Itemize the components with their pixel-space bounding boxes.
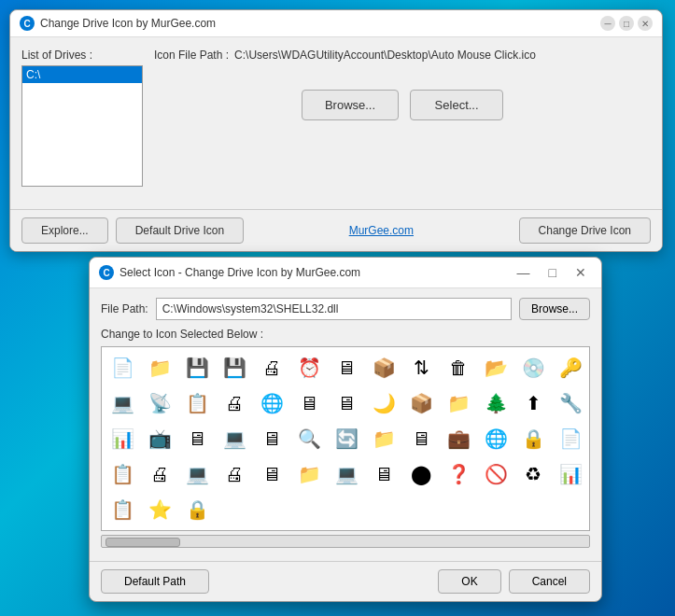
icon-cell-0-8[interactable]: ⇅ <box>404 351 438 385</box>
icon-cell-1-8[interactable]: 🌲 <box>479 386 513 420</box>
icon-cell-0-10[interactable]: 📂 <box>479 351 513 385</box>
icon-cell-0-1[interactable]: 📁 <box>143 351 176 385</box>
icon-cell-0-4[interactable]: 🖨 <box>255 351 288 385</box>
icon-cell-2-12[interactable]: 🖨 <box>143 457 176 491</box>
main-title-bar: C Change Drive Icon by MurGee.com ─ □ ✕ <box>10 10 662 37</box>
scrollbar[interactable] <box>101 535 590 548</box>
dialog-close-button[interactable]: ✕ <box>570 263 592 282</box>
icon-cell-2-2[interactable]: 🖥 <box>255 422 288 455</box>
dialog-title: Select Icon - Change Drive Icon by MurGe… <box>120 266 360 279</box>
icon-cell-3-1[interactable]: 📁 <box>292 457 326 491</box>
icon-cell-1-9[interactable]: ⬆ <box>516 386 550 420</box>
icon-cell-3-5[interactable]: ❓ <box>442 457 475 491</box>
dialog-content: File Path: Browse... Change to Icon Sele… <box>90 288 601 561</box>
scrollbar-thumb[interactable] <box>105 538 180 547</box>
icon-cell-2-3[interactable]: 🔍 <box>292 422 326 455</box>
icon-cell-3-0[interactable]: 🖥 <box>255 457 288 491</box>
dialog-filepath-input[interactable] <box>156 298 512 320</box>
icon-cell-1-0[interactable]: 📋 <box>180 386 214 420</box>
file-path-section: Icon File Path : C:\Users\WDAGUtilityAcc… <box>154 49 651 120</box>
icon-cell-0-2[interactable]: 💾 <box>180 351 214 385</box>
ok-button[interactable]: OK <box>438 569 500 594</box>
dialog-window-icon: C <box>99 265 114 280</box>
minimize-button[interactable]: ─ <box>600 16 615 31</box>
dialog-filepath-label: File Path: <box>101 302 148 315</box>
icon-cell-1-6[interactable]: 📦 <box>404 386 438 420</box>
maximize-button[interactable]: □ <box>619 16 634 31</box>
icon-cell-2-11[interactable]: 📋 <box>105 457 139 491</box>
explore-button[interactable]: Explore... <box>21 217 108 244</box>
default-path-button[interactable]: Default Path <box>101 569 209 594</box>
cancel-button[interactable]: Cancel <box>509 569 590 594</box>
icon-cell-2-14[interactable]: 🖨 <box>218 457 251 491</box>
dialog-browse-button[interactable]: Browse... <box>519 298 590 320</box>
icon-cell-2-13[interactable]: 💻 <box>180 457 214 491</box>
icon-cell-3-6[interactable]: 🚫 <box>479 457 513 491</box>
icon-cell-2-7[interactable]: 💼 <box>442 422 475 455</box>
icon-cell-1-1[interactable]: 🖨 <box>218 386 251 420</box>
icon-cell-1-2[interactable]: 🌐 <box>255 386 288 420</box>
icon-cell-2-9[interactable]: 🔒 <box>516 422 550 455</box>
icon-cell-0-0[interactable]: 📄 <box>105 351 139 385</box>
bottom-bar: Explore... Default Drive Icon MurGee.com… <box>10 209 662 251</box>
select-button[interactable]: Select... <box>410 90 503 120</box>
icon-cell-0-6[interactable]: 🖥 <box>330 351 363 385</box>
dialog-minimize-button[interactable]: — <box>512 263 536 282</box>
ok-cancel-buttons: OK Cancel <box>438 569 590 594</box>
icon-cell-2-5[interactable]: 📁 <box>367 422 401 455</box>
murgee-link[interactable]: MurGee.com <box>251 224 512 237</box>
browse-button[interactable]: Browse... <box>302 90 399 120</box>
icon-cell-1-4[interactable]: 🖥 <box>330 386 363 420</box>
dialog-filepath-row: File Path: Browse... <box>101 298 590 320</box>
browse-select-row: Browse... Select... <box>154 90 651 120</box>
icon-cell-1-3[interactable]: 🖥 <box>292 386 326 420</box>
main-content: List of Drives : C:\ Icon File Path : C:… <box>10 37 662 209</box>
icon-cell-3-7[interactable]: ♻ <box>516 457 550 491</box>
dialog-controls: — □ ✕ <box>512 263 592 282</box>
icon-cell-1-7[interactable]: 📁 <box>442 386 475 420</box>
main-window-icon: C <box>20 16 35 31</box>
icon-cell-3-10[interactable]: ⭐ <box>143 493 176 526</box>
icon-cell-2-1[interactable]: 💻 <box>218 422 251 455</box>
icon-cell-1-12[interactable]: 📺 <box>143 422 176 455</box>
main-window-title: Change Drive Icon by MurGee.com <box>40 17 216 30</box>
file-path-label: Icon File Path : <box>154 49 229 62</box>
icon-cell-0-3[interactable]: 💾 <box>218 351 251 385</box>
drive-item-c[interactable]: C:\ <box>22 66 142 83</box>
icon-cell-2-4[interactable]: 🔄 <box>330 422 363 455</box>
icon-cell-3-4[interactable]: ⬤ <box>404 457 438 491</box>
icon-cell-2-10[interactable]: 📄 <box>554 422 587 455</box>
icon-cell-2-8[interactable]: 🌐 <box>479 422 513 455</box>
icon-cell-2-6[interactable]: 🖥 <box>404 422 438 455</box>
icon-cell-1-5[interactable]: 🌙 <box>367 386 401 420</box>
drives-label: List of Drives : <box>21 49 143 62</box>
select-icon-dialog: C Select Icon - Change Drive Icon by Mur… <box>89 257 602 602</box>
dialog-maximize-button[interactable]: □ <box>543 263 562 282</box>
icon-cell-0-11[interactable]: 💿 <box>516 351 550 385</box>
icon-cell-1-10[interactable]: 🔧 <box>554 386 587 420</box>
icon-cell-3-3[interactable]: 🖥 <box>367 457 401 491</box>
icons-grid: 📄📁💾💾🖨⏰🖥📦⇅🗑📂💿🔑💻📡📋🖨🌐🖥🖥🌙📦📁🌲⬆🔧📊📺🖥💻🖥🔍🔄📁🖥💼🌐🔒📄📋… <box>101 346 590 531</box>
top-row: List of Drives : C:\ Icon File Path : C:… <box>21 49 651 187</box>
icon-cell-2-0[interactable]: 🖥 <box>180 422 214 455</box>
file-path-row: Icon File Path : C:\Users\WDAGUtilityAcc… <box>154 49 651 62</box>
icon-cell-3-11[interactable]: 🔒 <box>180 493 214 526</box>
drives-list[interactable]: C:\ <box>21 65 143 187</box>
change-drive-icon-button[interactable]: Change Drive Icon <box>519 217 651 244</box>
icon-cell-3-9[interactable]: 📋 <box>105 493 139 526</box>
icon-cell-1-11[interactable]: 📊 <box>105 422 139 455</box>
icon-cell-3-2[interactable]: 💻 <box>330 457 363 491</box>
file-path-value: C:\Users\WDAGUtilityAccount\Desktop\Auto… <box>234 49 536 62</box>
icon-cell-0-14[interactable]: 📡 <box>143 386 176 420</box>
default-drive-icon-button[interactable]: Default Drive Icon <box>116 217 244 244</box>
icon-cell-0-9[interactable]: 🗑 <box>442 351 475 385</box>
close-button[interactable]: ✕ <box>638 16 653 31</box>
drives-section: List of Drives : C:\ <box>21 49 143 187</box>
icon-cell-0-13[interactable]: 💻 <box>105 386 139 420</box>
icon-cell-0-7[interactable]: 📦 <box>367 351 401 385</box>
dialog-change-label: Change to Icon Selected Below : <box>101 328 590 341</box>
icon-cell-0-12[interactable]: 🔑 <box>554 351 587 385</box>
dialog-bottom-bar: Default Path OK Cancel <box>90 561 601 601</box>
icon-cell-0-5[interactable]: ⏰ <box>292 351 326 385</box>
icon-cell-3-8[interactable]: 📊 <box>554 457 587 491</box>
